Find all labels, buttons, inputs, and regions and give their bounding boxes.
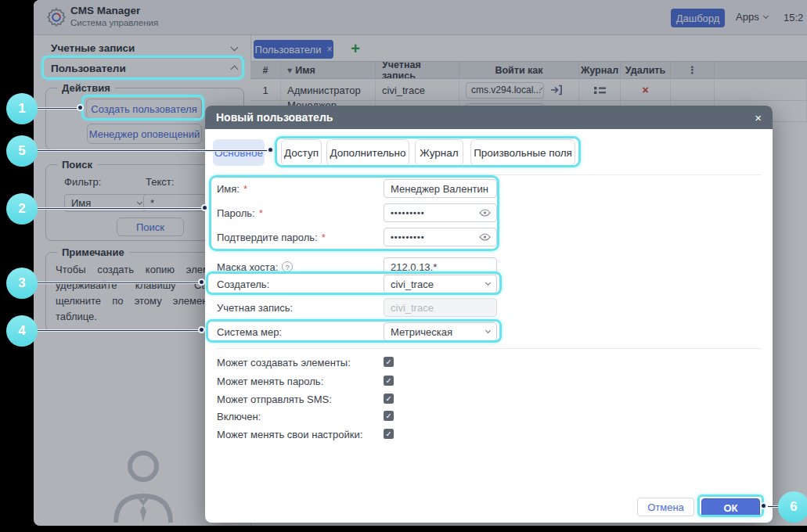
callout-dot-6: [760, 502, 767, 509]
eye-icon[interactable]: [479, 228, 492, 246]
host-mask-input[interactable]: [384, 257, 497, 276]
required-mark: *: [259, 207, 263, 219]
callout-badge-4: 4: [6, 315, 38, 347]
callout-line-4: [36, 329, 200, 332]
callout-dot-5: [267, 146, 274, 153]
divider: [216, 174, 762, 175]
host-mask-label: Маска хоста: ?: [217, 257, 293, 276]
password-label: Пароль: *: [217, 203, 263, 222]
creator-select[interactable]: civi_trace: [384, 275, 497, 293]
name-label-text: Имя:: [217, 183, 240, 195]
password-label-text: Пароль:: [217, 207, 255, 219]
callout-badge-2: 2: [6, 193, 38, 225]
account-label: Учетная запись:: [217, 298, 293, 317]
tab-access[interactable]: Доступ: [281, 139, 322, 166]
close-icon[interactable]: ×: [755, 111, 762, 124]
callout-dot-1: [77, 104, 84, 111]
eye-icon[interactable]: [479, 203, 492, 222]
can-change-password-checkbox[interactable]: ✓: [384, 376, 394, 386]
name-input[interactable]: [384, 179, 497, 198]
units-select[interactable]: Метрическая: [384, 322, 497, 341]
can-change-own-settings-checkbox[interactable]: ✓: [384, 429, 394, 439]
callout-dot-3: [198, 279, 205, 286]
callout-line-1: [36, 107, 78, 110]
screen: CMS Manager Система управления Дашборд A…: [0, 0, 807, 532]
creator-select-value: civi_trace: [391, 279, 434, 290]
confirm-password-label-text: Подтвердите пароль:: [217, 232, 318, 243]
name-label: Имя: *: [217, 179, 247, 198]
help-icon[interactable]: ?: [282, 261, 293, 272]
account-input: [384, 298, 497, 317]
callout-badge-5: 5: [6, 135, 38, 167]
required-mark: *: [243, 183, 247, 195]
enabled-label: Включен:: [217, 410, 261, 422]
divider: [216, 348, 762, 349]
callout-dot-4: [198, 326, 205, 333]
cancel-button[interactable]: Отмена: [637, 498, 694, 516]
tab-advanced[interactable]: Дополнительно: [326, 139, 409, 166]
callout-dot-2: [201, 204, 208, 211]
callout-line-5: [36, 149, 268, 152]
callout-badge-3: 3: [6, 268, 38, 299]
can-create-items-label: Может создавать элементы:: [217, 356, 351, 368]
new-user-modal: Новый пользователь × Основное Доступ Доп…: [205, 106, 773, 523]
can-change-own-settings-label: Может менять свои настройки:: [217, 428, 362, 440]
callout-badge-6: 6: [778, 491, 807, 523]
confirm-password-label: Подтвердите пароль: *: [217, 228, 326, 246]
required-mark: *: [322, 232, 326, 243]
tab-journal[interactable]: Журнал: [415, 139, 463, 166]
tab-custom-fields[interactable]: Произвольные поля: [470, 139, 575, 166]
ok-button[interactable]: ОК: [701, 498, 760, 517]
callout-line-2: [36, 207, 203, 210]
units-label: Система мер:: [217, 322, 282, 341]
chevron-down-icon: [485, 328, 491, 333]
can-change-password-label: Может менять пароль:: [217, 375, 323, 387]
can-send-sms-label: Может отправлять SMS:: [217, 393, 332, 405]
modal-title: Новый пользователь: [216, 111, 333, 124]
can-create-items-checkbox[interactable]: ✓: [384, 357, 394, 367]
enabled-checkbox[interactable]: ✓: [384, 411, 394, 421]
creator-label: Создатель:: [217, 275, 269, 293]
callout-line-3: [36, 282, 200, 284]
tab-basic[interactable]: Основное: [213, 139, 265, 166]
can-send-sms-checkbox[interactable]: ✓: [384, 394, 394, 404]
callout-badge-1: 1: [6, 93, 38, 124]
units-select-value: Метрическая: [391, 326, 452, 338]
chevron-down-icon: [485, 280, 491, 286]
modal-header: Новый пользователь ×: [205, 106, 773, 129]
host-mask-label-text: Маска хоста:: [217, 261, 278, 273]
